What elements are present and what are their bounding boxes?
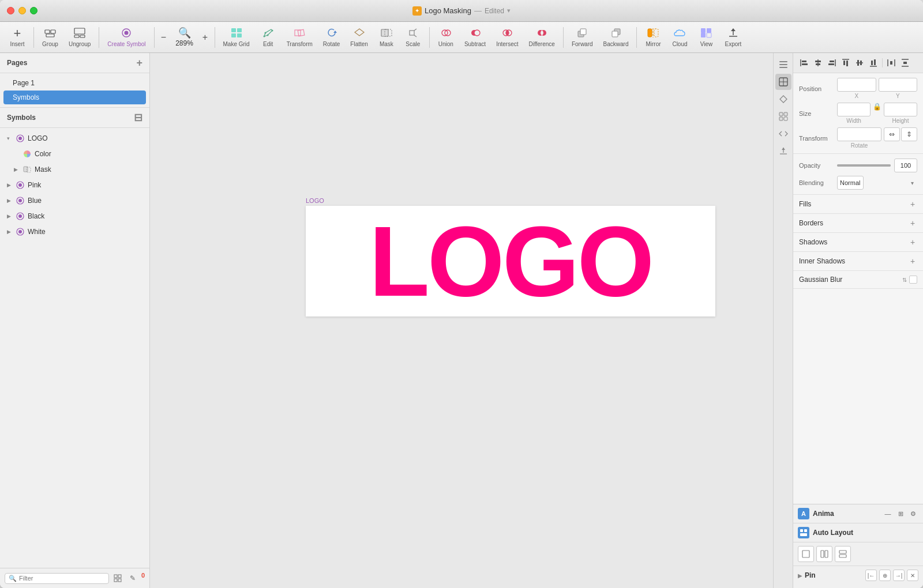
borders-section[interactable]: Borders + bbox=[793, 214, 923, 233]
rotate-button[interactable]: Rotate bbox=[318, 25, 344, 50]
title-chevron[interactable]: ▾ bbox=[507, 7, 511, 14]
svg-rect-8 bbox=[231, 28, 236, 32]
layout-rows-button[interactable] bbox=[835, 546, 851, 562]
anima-minimize-button[interactable]: — bbox=[883, 508, 893, 519]
group-button[interactable]: Group bbox=[37, 25, 63, 50]
add-page-button[interactable]: + bbox=[136, 58, 142, 68]
align-center-h-button[interactable] bbox=[812, 56, 824, 69]
inspect-tab-button[interactable] bbox=[775, 74, 791, 90]
blending-select[interactable]: Normal bbox=[837, 176, 864, 190]
zoom-in-button[interactable]: + bbox=[200, 32, 211, 43]
mirror-button[interactable]: Mirror bbox=[640, 25, 666, 50]
create-symbol-button[interactable]: Create Symbol bbox=[103, 25, 150, 50]
layout-columns-button[interactable] bbox=[816, 546, 832, 562]
minimize-button[interactable] bbox=[18, 7, 26, 14]
page-item-page1[interactable]: Page 1 bbox=[3, 76, 146, 90]
difference-label: Difference bbox=[528, 41, 554, 47]
cloud-button[interactable]: Cloud bbox=[667, 25, 692, 50]
distribute-h-button[interactable] bbox=[885, 56, 898, 69]
shadows-section[interactable]: Shadows + bbox=[793, 233, 923, 252]
align-top-button[interactable] bbox=[839, 56, 852, 69]
align-right-button[interactable] bbox=[826, 56, 838, 69]
page-item-symbols[interactable]: Symbols bbox=[3, 91, 146, 104]
align-center-v-button[interactable] bbox=[853, 56, 866, 69]
svg-rect-84 bbox=[816, 63, 820, 65]
edit-button[interactable]: Edit bbox=[256, 25, 281, 50]
inner-shadows-section[interactable]: Inner Shadows + bbox=[793, 252, 923, 271]
backward-button[interactable]: Backward bbox=[599, 25, 633, 50]
layer-blue[interactable]: ▶ Blue bbox=[2, 193, 147, 208]
inner-shadows-add-button[interactable]: + bbox=[908, 257, 917, 266]
fills-add-button[interactable]: + bbox=[908, 199, 917, 209]
x-input[interactable] bbox=[837, 78, 876, 92]
layer-black[interactable]: ▶ Black bbox=[2, 209, 147, 224]
filter-action-1[interactable] bbox=[111, 572, 124, 585]
layout-single-button[interactable] bbox=[798, 546, 814, 562]
svg-rect-65 bbox=[118, 579, 121, 582]
filter-input[interactable] bbox=[19, 575, 105, 582]
canvas-area[interactable]: LOGO LOGO bbox=[150, 53, 773, 588]
shadows-add-button[interactable]: + bbox=[908, 238, 917, 247]
align-bottom-button[interactable] bbox=[867, 56, 880, 69]
y-input[interactable] bbox=[879, 78, 918, 92]
height-input[interactable] bbox=[884, 103, 917, 116]
layer-white[interactable]: ▶ White bbox=[2, 224, 147, 239]
pin-center-button[interactable]: ⊕ bbox=[879, 570, 891, 581]
align-divider bbox=[882, 58, 883, 67]
opacity-slider[interactable] bbox=[837, 164, 891, 167]
width-input[interactable] bbox=[837, 103, 871, 116]
pin-delete-button[interactable]: ✕ bbox=[907, 570, 918, 581]
pin-right-button[interactable]: →| bbox=[893, 570, 905, 581]
ungroup-button[interactable]: Ungroup bbox=[64, 25, 95, 50]
logo-name: LOGO bbox=[28, 134, 142, 142]
export-button[interactable]: Export bbox=[720, 25, 746, 50]
align-left-button[interactable] bbox=[798, 56, 811, 69]
intersect-button[interactable]: Intersect bbox=[491, 25, 523, 50]
gaussian-blur-section[interactable]: Gaussian Blur ⇅ bbox=[793, 271, 923, 289]
export-tab-button[interactable] bbox=[775, 143, 791, 159]
filter-action-2[interactable]: ✎ bbox=[126, 572, 139, 585]
zoom-out-button[interactable]: − bbox=[158, 32, 170, 43]
close-button[interactable] bbox=[7, 7, 14, 14]
forward-button[interactable]: Forward bbox=[567, 25, 598, 50]
rotate-input[interactable] bbox=[837, 127, 881, 141]
transform-button[interactable]: Transform bbox=[282, 25, 317, 50]
zoom-fit-button[interactable]: 🔍 289% bbox=[171, 25, 198, 50]
anima-settings-button[interactable]: ⚙ bbox=[908, 508, 918, 519]
flatten-button[interactable]: Flatten bbox=[346, 25, 373, 50]
props-tab-button[interactable] bbox=[775, 56, 791, 73]
symbol-tab-button[interactable] bbox=[775, 108, 791, 125]
scale-button[interactable]: Scale bbox=[400, 25, 426, 50]
insert-button[interactable]: + Insert bbox=[5, 25, 30, 50]
view-button[interactable]: View bbox=[693, 25, 719, 50]
union-button[interactable]: Union bbox=[433, 25, 459, 50]
make-grid-button[interactable]: Make Grid bbox=[219, 25, 254, 50]
transform-tab-button[interactable] bbox=[775, 91, 791, 107]
mirror-icon bbox=[647, 28, 659, 40]
maximize-button[interactable] bbox=[30, 7, 37, 14]
pin-chevron[interactable]: ▶ bbox=[798, 572, 802, 579]
blue-chevron: ▶ bbox=[7, 198, 15, 203]
blur-checkbox[interactable] bbox=[909, 276, 917, 284]
flip-h-button[interactable]: ⇔ bbox=[884, 127, 900, 141]
layer-logo[interactable]: ▾ LOGO bbox=[2, 131, 147, 146]
svg-rect-66 bbox=[779, 61, 787, 62]
layer-mask[interactable]: ▶ Mask bbox=[2, 162, 147, 177]
blur-stepper[interactable]: ⇅ bbox=[902, 277, 907, 283]
flip-v-button[interactable]: ⇕ bbox=[901, 127, 917, 141]
subtract-button[interactable]: Subtract bbox=[460, 25, 490, 50]
layer-pink[interactable]: ▶ Pink bbox=[2, 178, 147, 193]
pin-left-button[interactable]: |← bbox=[865, 570, 877, 581]
mask-button[interactable]: Mask bbox=[374, 25, 399, 50]
layer-color[interactable]: Color bbox=[2, 146, 147, 161]
code-tab-button[interactable] bbox=[775, 126, 791, 142]
borders-add-button[interactable]: + bbox=[908, 218, 917, 228]
symbols-collapse-btn[interactable]: ⊟ bbox=[134, 112, 142, 123]
lock-aspect-button[interactable]: 🔒 bbox=[873, 103, 881, 124]
distribute-v-button[interactable] bbox=[899, 56, 911, 69]
svg-rect-86 bbox=[830, 61, 834, 62]
fills-section[interactable]: Fills + bbox=[793, 195, 923, 214]
mask-icon bbox=[381, 28, 392, 40]
anima-grid-button[interactable]: ⊞ bbox=[895, 508, 906, 519]
difference-button[interactable]: Difference bbox=[524, 25, 559, 50]
